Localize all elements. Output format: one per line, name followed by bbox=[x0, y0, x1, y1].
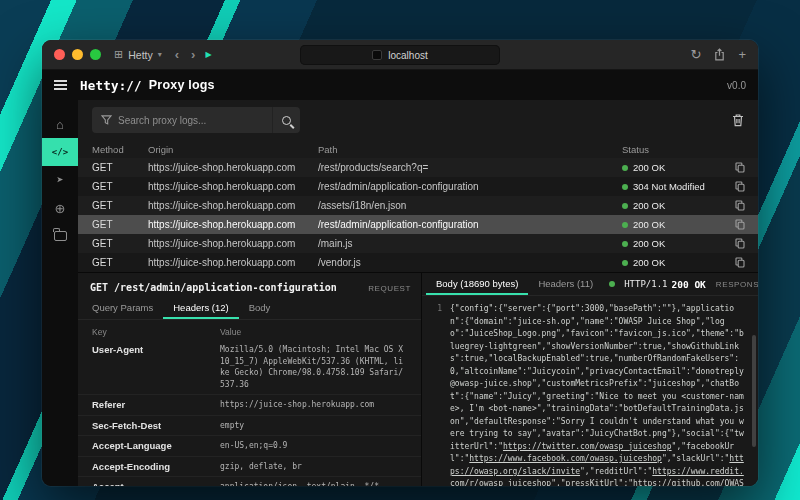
header-value: gzip, deflate, br bbox=[220, 461, 407, 473]
copy-url-button[interactable] bbox=[726, 219, 754, 230]
header-key: Accept-Encoding bbox=[92, 461, 220, 472]
sidebar-item-home[interactable]: ⌂ bbox=[42, 110, 78, 138]
new-tab-button[interactable]: + bbox=[738, 47, 746, 62]
log-row[interactable]: GET https://juice-shop.herokuapp.com /ma… bbox=[78, 234, 758, 253]
copy-url-button[interactable] bbox=[726, 238, 754, 249]
log-path: /vendor.js bbox=[318, 257, 622, 268]
back-button[interactable]: ‹ bbox=[175, 47, 179, 62]
app-menu[interactable]: ⊞ Hetty ▾ bbox=[114, 48, 162, 61]
request-headers-table: User-Agent Mozilla/5.0 (Macintosh; Intel… bbox=[78, 340, 421, 486]
record-indicator-icon: ▶ bbox=[205, 50, 211, 59]
code-icon: </> bbox=[52, 147, 68, 157]
header-value: application/json, text/plain, */* bbox=[220, 481, 407, 486]
header-row: Accept-Language en-US,en;q=0.9 bbox=[78, 436, 421, 457]
log-table-header: Method Origin Path Status bbox=[78, 140, 758, 158]
request-title: GET /rest/admin/application-configuratio… bbox=[90, 282, 337, 293]
copy-url-button[interactable] bbox=[726, 200, 754, 211]
share-button[interactable] bbox=[714, 48, 725, 61]
column-key: Key bbox=[92, 327, 220, 337]
clear-logs-button[interactable] bbox=[732, 113, 744, 127]
log-path: /rest/products/search?q= bbox=[318, 162, 622, 173]
search-button[interactable] bbox=[272, 107, 300, 133]
log-origin: https://juice-shop.herokuapp.com bbox=[148, 219, 318, 230]
log-row[interactable]: GET https://juice-shop.herokuapp.com /re… bbox=[78, 215, 758, 234]
tab-query-params[interactable]: Query Params bbox=[82, 297, 163, 319]
log-method: GET bbox=[92, 257, 148, 268]
log-path: /assets/i18n/en.json bbox=[318, 200, 622, 211]
log-origin: https://juice-shop.herokuapp.com bbox=[148, 238, 318, 249]
sidebar-item-proxy-logs[interactable]: </> bbox=[42, 138, 78, 166]
line-number: 1 bbox=[430, 303, 442, 486]
log-origin: https://juice-shop.herokuapp.com bbox=[148, 257, 318, 268]
reload-button[interactable]: ↻ bbox=[691, 47, 702, 62]
url-bar[interactable]: localhost bbox=[300, 45, 500, 65]
request-label: REQUEST bbox=[360, 284, 411, 293]
headers-table-header: Key Value bbox=[78, 320, 421, 340]
header-row: Accept application/json, text/plain, */* bbox=[78, 477, 421, 486]
log-row[interactable]: GET https://juice-shop.herokuapp.com /as… bbox=[78, 196, 758, 215]
response-label: RESPONSE bbox=[716, 280, 758, 289]
tab-request-headers[interactable]: Headers (12) bbox=[163, 297, 238, 319]
app-logo: Hetty:// bbox=[80, 78, 142, 93]
search-input[interactable] bbox=[118, 115, 272, 126]
status-code: 200 OK bbox=[672, 279, 706, 290]
status-dot-icon bbox=[622, 260, 628, 266]
log-row[interactable]: GET https://juice-shop.herokuapp.com /re… bbox=[78, 158, 758, 177]
traffic-lights bbox=[54, 49, 101, 60]
sidebar-item-sender[interactable]: ➤ bbox=[42, 166, 78, 194]
copy-url-button[interactable] bbox=[726, 162, 754, 173]
copy-url-button[interactable] bbox=[726, 181, 754, 192]
log-status: 200 OK bbox=[622, 162, 726, 173]
status-dot-icon bbox=[622, 203, 628, 209]
header-key: Sec-Fetch-Dest bbox=[92, 420, 220, 431]
header-value: en-US,en;q=0.9 bbox=[220, 440, 407, 452]
log-status: 200 OK bbox=[622, 238, 726, 249]
sidebar-item-scope[interactable]: ⊕ bbox=[42, 194, 78, 222]
app-menu-label: Hetty bbox=[128, 49, 153, 61]
tab-request-body[interactable]: Body bbox=[239, 297, 281, 319]
column-value: Value bbox=[220, 327, 407, 337]
page-title: Proxy logs bbox=[149, 78, 215, 92]
detail-panels: GET /rest/admin/application-configuratio… bbox=[78, 272, 758, 486]
sidebar: ⌂ </> ➤ ⊕ bbox=[42, 100, 78, 486]
log-row[interactable]: GET https://juice-shop.herokuapp.com /re… bbox=[78, 177, 758, 196]
search-box bbox=[92, 107, 300, 133]
header-key: User-Agent bbox=[92, 344, 220, 355]
hamburger-menu-button[interactable] bbox=[54, 80, 67, 90]
log-status: 200 OK bbox=[622, 219, 726, 230]
response-body-text: {"config":{"server":{"port":3000,"basePa… bbox=[450, 303, 748, 486]
url-text: localhost bbox=[388, 50, 427, 61]
log-method: GET bbox=[92, 219, 148, 230]
column-origin: Origin bbox=[148, 144, 318, 155]
zoom-window-button[interactable] bbox=[90, 49, 101, 60]
response-scrollbar[interactable] bbox=[752, 335, 756, 447]
response-panel: Body (18690 bytes) Headers (11) HTTP/1.1… bbox=[422, 273, 758, 486]
log-method: GET bbox=[92, 200, 148, 211]
header-row: User-Agent Mozilla/5.0 (Macintosh; Intel… bbox=[78, 340, 421, 395]
column-method: Method bbox=[92, 144, 148, 155]
close-window-button[interactable] bbox=[54, 49, 65, 60]
log-row[interactable]: GET https://juice-shop.herokuapp.com /ve… bbox=[78, 253, 758, 272]
copy-url-button[interactable] bbox=[726, 257, 754, 268]
log-method: GET bbox=[92, 162, 148, 173]
version-label: v0.0 bbox=[727, 80, 746, 91]
log-method: GET bbox=[92, 181, 148, 192]
header-value: Mozilla/5.0 (Macintosh; Intel Mac OS X 1… bbox=[220, 344, 407, 390]
nav-arrows: ‹ › bbox=[175, 47, 196, 62]
minimize-window-button[interactable] bbox=[72, 49, 83, 60]
log-origin: https://juice-shop.herokuapp.com bbox=[148, 162, 318, 173]
folder-icon bbox=[54, 231, 67, 241]
log-origin: https://juice-shop.herokuapp.com bbox=[148, 181, 318, 192]
status-dot-icon bbox=[622, 184, 628, 190]
status-dot-icon bbox=[622, 165, 628, 171]
status-dot-icon bbox=[622, 222, 628, 228]
forward-button[interactable]: › bbox=[191, 47, 195, 62]
response-body: 1 {"config":{"server":{"port":3000,"base… bbox=[422, 296, 758, 486]
column-path: Path bbox=[318, 144, 622, 155]
status-dot-icon bbox=[622, 241, 628, 247]
sidebar-item-projects[interactable] bbox=[42, 222, 78, 250]
log-origin: https://juice-shop.herokuapp.com bbox=[148, 200, 318, 211]
tab-response-headers[interactable]: Headers (11) bbox=[528, 273, 603, 295]
tab-response-body[interactable]: Body (18690 bytes) bbox=[426, 273, 528, 295]
main-content: Method Origin Path Status GET https://ju… bbox=[78, 100, 758, 486]
